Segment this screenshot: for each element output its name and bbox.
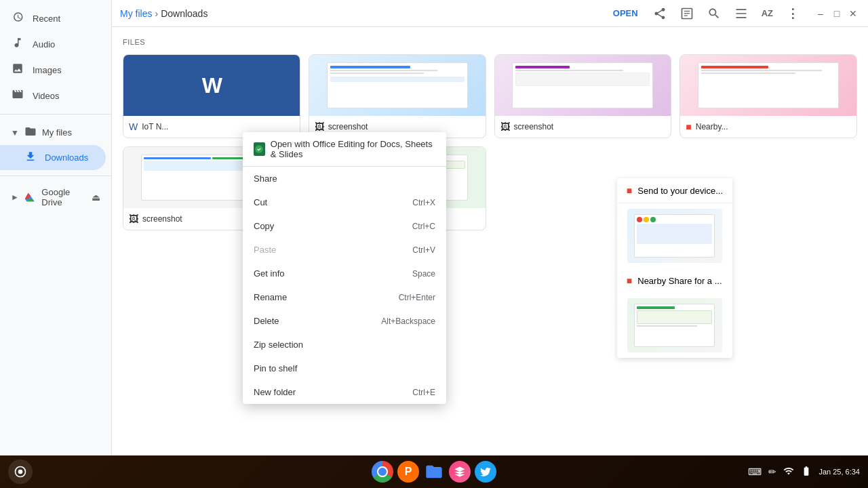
delete-shortcut: Alt+Backspace [381, 317, 435, 326]
taskbar-center: P [372, 461, 496, 483]
office-icon [254, 142, 265, 156]
context-menu-get-info[interactable]: Get info Space [243, 262, 446, 285]
screenshot2-thumb [495, 55, 671, 116]
sidebar-item-images[interactable]: Images [0, 57, 106, 83]
eject-icon[interactable]: ⏏ [92, 192, 100, 203]
sidebar-item-my-files-label: My files [42, 127, 72, 138]
context-menu-copy[interactable]: Copy Ctrl+C [243, 214, 446, 238]
sidebar-item-recent-label: Recent [33, 14, 60, 24]
open-button[interactable]: OPEN [608, 5, 644, 21]
list-view-button[interactable] [730, 3, 752, 24]
copy-shortcut: Ctrl+C [412, 222, 435, 231]
sidebar-item-videos[interactable]: Videos [0, 83, 106, 108]
screenshot1-thumb [309, 55, 486, 116]
audio-icon [11, 37, 24, 52]
file-manager-window: My files › Downloads OPEN AZ ⋮ – □ [112, 0, 868, 455]
keyboard-icon[interactable]: ⌨ [748, 466, 762, 477]
context-menu-zip[interactable]: Zip selection [243, 333, 446, 357]
sidebar-item-my-files[interactable]: ▼ My files [0, 120, 111, 145]
images-icon [11, 62, 24, 77]
sort-button[interactable]: AZ [757, 4, 777, 22]
more-button[interactable]: ⋮ [783, 2, 803, 25]
sidebar-item-videos-label: Videos [33, 91, 60, 101]
search-button[interactable] [703, 3, 725, 24]
context-menu: Open with Office Editing for Docs, Sheet… [243, 132, 446, 404]
file-grid: W W IoT N... [123, 54, 857, 230]
new-folder-label: New folder [254, 387, 296, 397]
context-menu-rename[interactable]: Rename Ctrl+Enter [243, 285, 446, 309]
stylus-icon[interactable]: ✏ [768, 466, 776, 477]
context-menu-share[interactable]: Share [243, 167, 446, 190]
screenshot-preview-2 [627, 298, 722, 352]
nearby-share-panel-label: Nearby Share for a ... [637, 276, 722, 286]
paste-label: Paste [254, 245, 276, 255]
maximize-button[interactable]: □ [830, 7, 844, 20]
breadcrumb-current: Downloads [161, 8, 208, 19]
file-card-word[interactable]: W W IoT N... [123, 54, 300, 138]
svg-rect-2 [684, 13, 689, 14]
battery-icon[interactable] [801, 466, 812, 479]
taskbar-twitter[interactable] [475, 461, 496, 483]
taskbar-pixelbook-app[interactable]: P [397, 461, 419, 483]
breadcrumb: My files › Downloads [120, 8, 208, 19]
sidebar-item-images-label: Images [33, 65, 62, 75]
file-card-screenshot1[interactable]: 🖼 screenshot [309, 54, 486, 138]
copy-label: Copy [254, 221, 274, 231]
main-content: Files W W IoT N... [112, 27, 868, 455]
cut-shortcut: Ctrl+X [412, 198, 435, 207]
send-to-device-item[interactable]: ■ Send to your device... [617, 178, 732, 203]
svg-point-6 [18, 470, 23, 474]
file-card-screenshot2[interactable]: 🖼 screenshot [494, 54, 672, 138]
sidebar-item-recent[interactable]: Recent [0, 5, 106, 31]
sidebar-item-audio-label: Audio [33, 39, 55, 49]
context-menu-cut[interactable]: Cut Ctrl+X [243, 190, 446, 214]
svg-point-4 [256, 145, 264, 153]
file-card-nearby[interactable]: ■ Nearby... [679, 54, 857, 138]
get-info-shortcut: Space [412, 269, 435, 279]
send-to-device-icon: ■ [627, 185, 632, 196]
nearby-thumb [680, 55, 856, 116]
minimize-button[interactable]: – [814, 7, 827, 20]
sidebar-item-downloads[interactable]: Downloads [0, 145, 106, 170]
context-menu-open-with-office[interactable]: Open with Office Editing for Docs, Sheet… [243, 132, 446, 167]
rename-label: Rename [254, 292, 287, 302]
taskbar-launcher[interactable] [8, 460, 33, 484]
chrome-icon [372, 461, 393, 483]
context-menu-new-folder[interactable]: New folder Ctrl+E [243, 380, 446, 404]
downloads-icon [24, 150, 37, 165]
sidebar-item-google-drive[interactable]: ► Google Drive ⏏ [0, 182, 111, 213]
svg-rect-3 [684, 15, 687, 16]
sidebar: Recent Audio Images Videos ▼ My files Do… [0, 0, 112, 455]
close-button[interactable]: ✕ [846, 7, 860, 20]
drive-button[interactable] [676, 3, 698, 24]
wifi-icon[interactable] [783, 466, 794, 479]
sidebar-item-downloads-label: Downloads [45, 152, 88, 163]
delete-label: Delete [254, 316, 279, 326]
sidebar-item-audio[interactable]: Audio [0, 31, 106, 57]
taskbar-design-app[interactable] [449, 461, 471, 483]
breadcrumb-separator: › [155, 8, 158, 19]
section-label: Files [123, 38, 857, 46]
send-to-device-label: Send to your device... [637, 186, 723, 196]
zip-label: Zip selection [254, 340, 303, 350]
context-menu-delete[interactable]: Delete Alt+Backspace [243, 309, 446, 333]
share-button[interactable] [649, 3, 671, 24]
datetime[interactable]: Jan 25, 6:34 [818, 468, 860, 476]
taskbar-chrome[interactable] [372, 461, 393, 483]
screenshot-preview-1 [627, 209, 722, 263]
taskbar-left [8, 460, 33, 484]
cut-label: Cut [254, 197, 267, 207]
sidebar-item-google-drive-label: Google Drive [41, 187, 92, 207]
nearby-share-panel-item[interactable]: ■ Nearby Share for a ... [617, 268, 732, 293]
taskbar-right: ⌨ ✏ Jan 25, 6:34 [748, 466, 860, 479]
context-menu-paste: Paste Ctrl+V [243, 238, 446, 262]
title-bar-actions: OPEN AZ ⋮ – □ ✕ [608, 2, 860, 25]
open-with-office-label: Open with Office Editing for Docs, Sheet… [271, 139, 435, 159]
videos-icon [11, 88, 24, 103]
window-controls: – □ ✕ [814, 7, 860, 20]
breadcrumb-root[interactable]: My files [120, 8, 152, 19]
context-menu-pin-to-shelf[interactable]: Pin to shelf [243, 357, 446, 380]
title-bar: My files › Downloads OPEN AZ ⋮ – □ [112, 0, 868, 27]
new-folder-shortcut: Ctrl+E [412, 388, 435, 397]
taskbar-files[interactable] [423, 461, 445, 483]
